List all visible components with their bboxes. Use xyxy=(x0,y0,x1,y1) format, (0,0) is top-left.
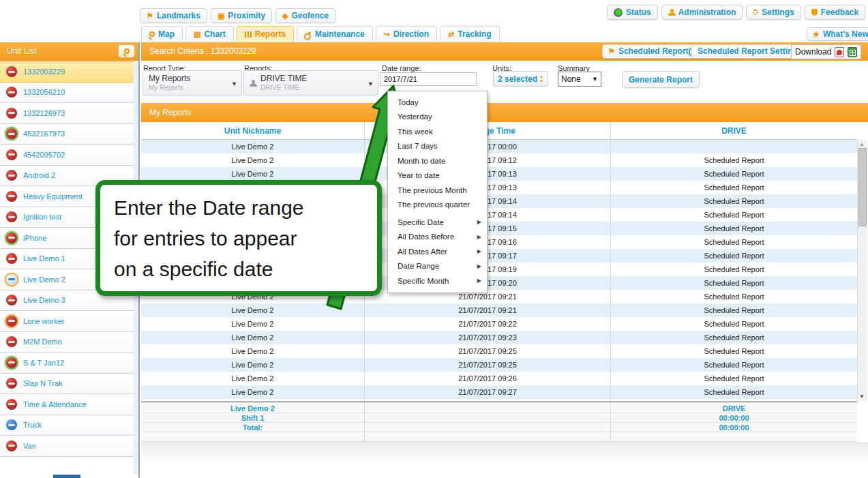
unit-list-item[interactable]: Slap N Trak xyxy=(0,374,138,395)
date-menu-item[interactable]: Year to date xyxy=(388,168,487,183)
units-select[interactable]: 2 selected ▲▼ xyxy=(493,71,548,87)
vehicle-status-icon xyxy=(6,211,17,222)
unit-label: Slap N Trak xyxy=(23,379,62,387)
sidebar-horizontal-scrollbar-thumb[interactable] xyxy=(53,475,80,478)
report-person-icon xyxy=(250,80,256,87)
geofence-button[interactable]: ◈Geofence xyxy=(275,8,335,23)
table-cell: Live Demo 2 xyxy=(141,358,365,372)
table-cell: Live Demo 2 xyxy=(141,317,365,331)
scroll-up-icon[interactable]: ▲ xyxy=(859,141,865,147)
reports-select[interactable]: DRIVE TIMEDRIVE TIME ▼ xyxy=(243,70,378,95)
proximity-button[interactable]: ▣Proximity xyxy=(211,8,272,23)
administration-label: Administration xyxy=(678,8,736,17)
tab-direction[interactable]: ↪Direction xyxy=(376,26,437,42)
vehicle-status-icon xyxy=(6,108,17,119)
whats-new-button[interactable]: ★What's New xyxy=(807,27,868,41)
tab-reports[interactable]: Reports xyxy=(237,26,294,42)
unit-list-item[interactable]: Time & Attendance xyxy=(0,394,138,415)
table-row[interactable]: Live Demo 221/07/2017 09:27Scheduled Rep… xyxy=(141,385,857,399)
table-row[interactable]: Live Demo 221/07/2017 09:12Scheduled Rep… xyxy=(141,153,857,167)
date-menu-item-label: Last 7 days xyxy=(398,142,438,150)
scheduled-reports-button[interactable]: ⚑Scheduled Report(s) xyxy=(602,44,704,59)
unit-list-item[interactable]: 1332126973 xyxy=(0,103,138,124)
table-header: Unit Nickname Message Time DRIVE xyxy=(141,122,857,140)
unit-label: Android 2 xyxy=(23,171,55,179)
date-menu-item-label: Specific Date xyxy=(398,218,444,226)
table-row[interactable]: Live Demo 221/07/2017 09:13Scheduled Rep… xyxy=(141,167,857,181)
table-row[interactable]: Live Demo 221/07/2017 09:26Scheduled Rep… xyxy=(141,372,857,385)
footer-empty-cell xyxy=(365,432,611,441)
table-row[interactable]: Live Demo 221/07/2017 09:25Scheduled Rep… xyxy=(141,344,857,358)
star-icon: ★ xyxy=(813,31,820,38)
date-menu-item[interactable]: Specific Month▶ xyxy=(388,273,487,288)
unit-label: 1332056210 xyxy=(23,88,65,96)
unit-label: Lone worker xyxy=(23,317,65,325)
vehicle-status-icon xyxy=(6,149,17,160)
date-menu-item[interactable]: All Dates After▶ xyxy=(388,244,487,259)
callout-line: on a specific date xyxy=(114,254,363,284)
report-type-select[interactable]: My ReportsMy Reports ▼ xyxy=(143,70,242,95)
unit-list-item[interactable]: 4532167973 xyxy=(0,124,138,145)
unit-label: Heavy Equipment xyxy=(23,192,83,200)
settings-label: Settings xyxy=(762,8,794,17)
table-row[interactable]: Live Demo 221/07/2017 09:22Scheduled Rep… xyxy=(141,317,857,331)
vehicle-status-icon xyxy=(6,336,17,347)
date-menu-item[interactable]: This week xyxy=(388,124,487,139)
table-row[interactable]: Live Demo 221/07/2017 09:23Scheduled Rep… xyxy=(141,331,857,344)
date-menu-item[interactable]: Specific Date▶ xyxy=(388,215,487,230)
pdf-export-icon[interactable] xyxy=(835,47,844,57)
vehicle-status-icon xyxy=(6,295,17,305)
tab-tracking[interactable]: ⇄Tracking xyxy=(440,26,500,42)
landmarks-button[interactable]: ⚑Landmarks xyxy=(140,8,207,23)
report-type-value: My Reports xyxy=(149,74,190,84)
unit-label: Live Demo 2 xyxy=(23,275,65,284)
date-menu-item[interactable]: Last 7 days xyxy=(388,139,487,154)
tab-chart[interactable]: ▤Chart xyxy=(185,26,234,42)
date-menu-item-label: Specific Month xyxy=(398,277,449,285)
excel-export-icon[interactable] xyxy=(848,47,857,57)
tab-map[interactable]: Map xyxy=(141,26,183,42)
date-menu-item[interactable]: Date Range▶ xyxy=(388,259,487,274)
tab-maintenance[interactable]: Maintenance xyxy=(297,26,373,42)
column-drive[interactable]: DRIVE xyxy=(611,122,857,139)
unit-list-item[interactable]: S & T Jan12 xyxy=(0,353,138,374)
table-row[interactable]: Live Demo 221/07/2017 00:00 xyxy=(141,140,857,153)
unit-list-item[interactable]: M2M Demo xyxy=(0,332,138,353)
date-menu-item-label: All Dates After xyxy=(398,248,447,256)
status-button[interactable]: Status xyxy=(607,5,658,20)
table-scrollbar[interactable]: ▲ ▼ xyxy=(857,140,867,401)
unit-list-item[interactable]: 1332003229 xyxy=(0,61,138,83)
vehicle-status-icon xyxy=(6,316,17,327)
date-menu-group: TodayYesterdayThis weekLast 7 daysMonth … xyxy=(388,95,487,212)
unit-search-button[interactable] xyxy=(118,44,135,58)
submenu-arrow-icon: ▶ xyxy=(477,248,481,254)
table-cell: Live Demo 2 xyxy=(141,140,365,153)
table-cell: 21/07/2017 09:25 xyxy=(365,344,611,358)
date-menu-item[interactable]: Yesterday xyxy=(388,110,487,125)
unit-list-item[interactable]: Lone worker xyxy=(0,311,138,332)
unit-list-item[interactable]: 4542095702 xyxy=(0,145,138,166)
unit-label: 1332126973 xyxy=(23,109,65,117)
footer-total-label: Total: xyxy=(141,423,365,432)
date-menu-item[interactable]: The previous Month xyxy=(388,183,487,198)
spinner-arrows-icon: ▲▼ xyxy=(539,74,543,83)
date-menu-item[interactable]: The previous quarter xyxy=(388,198,487,213)
table-row[interactable]: Live Demo 221/07/2017 09:21Scheduled Rep… xyxy=(141,303,857,317)
feedback-button[interactable]: Feedback xyxy=(805,5,865,20)
administration-button[interactable]: Administration xyxy=(661,5,743,20)
date-menu-item[interactable]: All Dates Before▶ xyxy=(388,230,487,245)
summary-select[interactable]: None ▼ xyxy=(558,72,601,87)
unit-list-item[interactable]: 1332056210 xyxy=(0,83,138,104)
generate-report-button[interactable]: Generate Report xyxy=(622,71,700,88)
date-range-input[interactable] xyxy=(380,72,477,86)
date-menu-item[interactable]: Today xyxy=(388,95,487,110)
settings-button[interactable]: Settings xyxy=(746,5,800,20)
table-cell: Scheduled Report xyxy=(611,208,857,222)
date-menu-item[interactable]: Month to date xyxy=(388,153,487,168)
unit-list-item[interactable]: Van xyxy=(0,436,138,457)
unit-list-item[interactable]: Truck xyxy=(0,415,138,436)
scrollbar-thumb[interactable] xyxy=(858,148,867,226)
column-unit-nickname[interactable]: Unit Nickname xyxy=(141,122,365,139)
scroll-down-icon[interactable]: ▼ xyxy=(859,393,865,400)
table-row[interactable]: Live Demo 221/07/2017 09:25Scheduled Rep… xyxy=(141,358,857,372)
